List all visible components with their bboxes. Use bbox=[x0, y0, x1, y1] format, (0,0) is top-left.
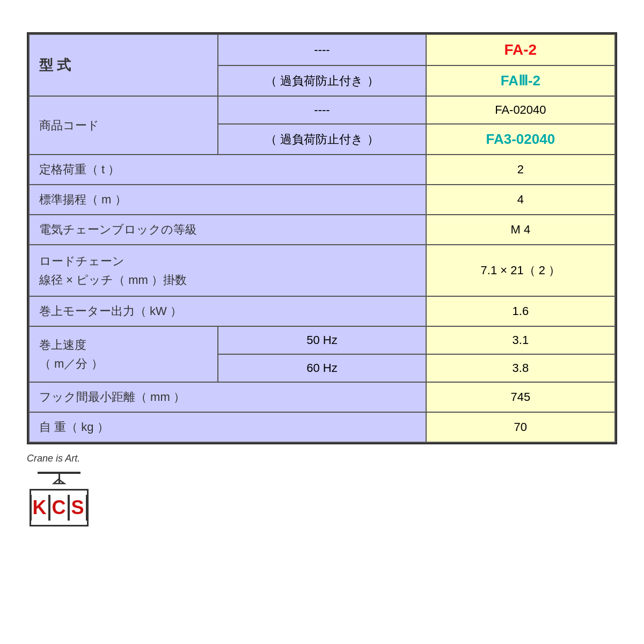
model-value-2: FAⅢ-2 bbox=[501, 72, 540, 89]
left-pipe bbox=[30, 495, 32, 521]
tagline: Crane is Art. bbox=[27, 453, 80, 464]
rated-load-value: 2 bbox=[517, 163, 524, 176]
product-code-value-2: FA3-02040 bbox=[486, 131, 555, 147]
model-sub1-middle: ---- bbox=[314, 43, 330, 56]
letter-c: C bbox=[52, 496, 66, 519]
label-hoist-speed: 巻上速度（ m／分 ） bbox=[39, 338, 103, 370]
table-row-weight: 自 重（ kg ） 70 bbox=[29, 412, 615, 442]
motor-output-value: 1.6 bbox=[513, 304, 529, 318]
product-code-sub1-middle: ---- bbox=[314, 103, 330, 116]
spec-table: 型 式 ---- FA-2 （ 過負荷防止付き ） FAⅢ-2 商品コード --… bbox=[27, 32, 617, 444]
middle-pipe-1 bbox=[48, 495, 50, 521]
label-product-code: 商品コード bbox=[39, 119, 99, 132]
hoist-speed-60hz-value: 3.8 bbox=[513, 361, 529, 375]
hoist-speed-60hz-label: 60 Hz bbox=[306, 361, 337, 375]
letter-k: K bbox=[33, 496, 47, 519]
kcs-box: K C S bbox=[30, 489, 89, 526]
table-row-model: 型 式 ---- FA-2 bbox=[29, 34, 615, 65]
label-standard-lift: 標準揚程（ m ） bbox=[39, 193, 127, 206]
hoist-speed-50hz-label: 50 Hz bbox=[306, 333, 337, 347]
label-class: 電気チェーンブロックの等級 bbox=[39, 223, 197, 236]
table-row-hook-distance: フック間最小距離（ mm ） 745 bbox=[29, 382, 615, 412]
hoist-speed-50hz-value: 3.1 bbox=[513, 333, 529, 347]
letter-s: S bbox=[71, 496, 84, 519]
label-motor-output: 巻上モーター出力（ kW ） bbox=[39, 304, 182, 318]
label-load-chain: ロードチェーン線径 × ピッチ（ mm ）掛数 bbox=[39, 254, 187, 287]
product-code-sub2-middle: （ 過負荷防止付き ） bbox=[265, 133, 378, 146]
standard-lift-value: 4 bbox=[517, 193, 524, 206]
svg-rect-0 bbox=[38, 472, 80, 474]
label-model: 型 式 bbox=[39, 57, 71, 73]
kcs-logo: K C S bbox=[27, 467, 91, 526]
table-row-class: 電気チェーンブロックの等級 M 4 bbox=[29, 215, 615, 245]
table-row-hoist-speed-50: 巻上速度（ m／分 ） 50 Hz 3.1 bbox=[29, 326, 615, 354]
table-row-motor-output: 巻上モーター出力（ kW ） 1.6 bbox=[29, 296, 615, 326]
right-pipe bbox=[86, 495, 88, 521]
weight-value: 70 bbox=[514, 420, 527, 434]
product-code-value-1: FA-02040 bbox=[495, 103, 546, 116]
label-rated-load: 定格荷重（ t ） bbox=[39, 163, 120, 176]
table-row-rated-load: 定格荷重（ t ） 2 bbox=[29, 155, 615, 185]
middle-pipe-2 bbox=[68, 495, 70, 521]
model-sub2-middle: （ 過負荷防止付き ） bbox=[265, 74, 378, 87]
label-weight: 自 重（ kg ） bbox=[39, 420, 109, 434]
kcs-letters: K C S bbox=[30, 495, 89, 521]
class-value: M 4 bbox=[511, 223, 531, 236]
table-row-standard-lift: 標準揚程（ m ） 4 bbox=[29, 185, 615, 215]
model-value-1: FA-2 bbox=[504, 41, 537, 58]
hook-distance-value: 745 bbox=[511, 390, 531, 404]
table-row-product-code: 商品コード ---- FA-02040 bbox=[29, 96, 615, 124]
load-chain-value: 7.1 × 21（ 2 ） bbox=[481, 264, 561, 277]
crane-icon bbox=[35, 467, 83, 489]
label-hook-distance: フック間最小距離（ mm ） bbox=[39, 390, 185, 404]
logo-area: Crane is Art. K C S bbox=[27, 453, 617, 526]
table-row-load-chain: ロードチェーン線径 × ピッチ（ mm ）掛数 7.1 × 21（ 2 ） bbox=[29, 245, 615, 296]
